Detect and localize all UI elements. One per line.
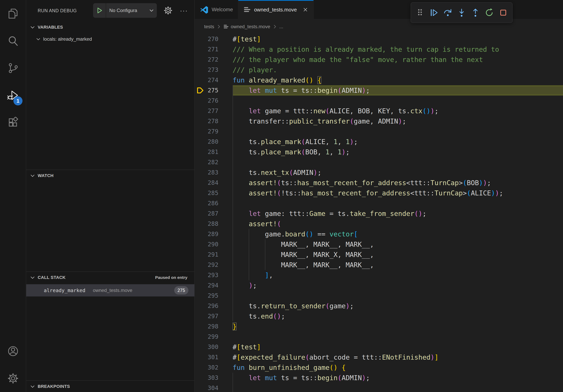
breakpoint-gutter[interactable] — [195, 301, 206, 311]
line-number[interactable]: 276 — [206, 95, 218, 106]
toolbar-gripper[interactable] — [415, 8, 425, 18]
code-line-content[interactable]: MARK__, MARK__, MARK__, — [232, 239, 563, 249]
more-actions-button[interactable]: ··· — [178, 4, 190, 17]
code-line-content[interactable]: } — [232, 321, 563, 332]
code-line-content[interactable]: game.board() == vector[ — [232, 229, 563, 239]
line-number[interactable]: 275 — [206, 85, 218, 95]
code-line-content[interactable]: fun already_marked() { — [232, 75, 563, 85]
section-variables[interactable]: VARIABLES — [26, 22, 194, 33]
breakpoint-gutter[interactable] — [195, 373, 206, 383]
tab-owned-tests-move[interactable]: owned_tests.move — [238, 0, 314, 19]
code-line-content[interactable]: #[expected_failure(abort_code = ttt::ENo… — [232, 352, 563, 362]
start-debugging-button[interactable] — [93, 3, 106, 18]
line-number[interactable]: 278 — [206, 116, 218, 126]
code-line-content[interactable]: assert!( — [232, 219, 563, 229]
restart-button[interactable] — [484, 8, 495, 18]
code-line-content[interactable]: let mut ts = ts::begin(ADMIN); — [232, 373, 563, 383]
breakpoint-gutter[interactable] — [195, 75, 206, 85]
activity-source-control[interactable] — [0, 54, 26, 82]
code-line-content[interactable]: let game = ttt::new(ALICE, BOB, KEY, ts.… — [232, 106, 563, 116]
line-number[interactable]: 271 — [206, 44, 218, 54]
line-number[interactable]: 289 — [206, 229, 218, 239]
line-number[interactable]: 303 — [206, 373, 218, 383]
code-line-content[interactable]: let mut ts = ts::begin(ADMIN); — [232, 85, 563, 95]
code-line-content[interactable]: fun burn_unfinished_game() { — [232, 362, 563, 373]
line-number[interactable]: 301 — [206, 352, 218, 362]
line-number[interactable]: 297 — [206, 311, 218, 321]
step-out-button[interactable] — [470, 8, 481, 18]
breakpoint-gutter[interactable] — [195, 178, 206, 188]
step-over-button[interactable] — [443, 8, 453, 18]
breakpoint-gutter[interactable] — [195, 270, 206, 280]
breakpoint-gutter[interactable] — [195, 332, 206, 342]
breakpoint-gutter[interactable] — [195, 188, 206, 198]
breakpoint-gutter[interactable] — [195, 249, 206, 260]
code-line-content[interactable]: ts.place_mark(BOB, 1, 1); — [232, 147, 563, 157]
breakpoint-gutter[interactable] — [195, 34, 206, 44]
activity-account[interactable] — [0, 338, 26, 365]
line-number[interactable]: 290 — [206, 239, 218, 249]
breakpoint-gutter[interactable] — [195, 65, 206, 75]
code-line-content[interactable]: /// the player who made the "false" move… — [232, 54, 563, 65]
breadcrumb-symbol[interactable]: ... — [279, 24, 283, 29]
line-number[interactable]: 288 — [206, 219, 218, 229]
breakpoint-gutter[interactable] — [195, 383, 206, 392]
code-line-content[interactable]: assert!(!ts::has_most_recent_for_address… — [232, 188, 563, 198]
activity-run-and-debug[interactable]: 1 — [0, 82, 26, 109]
breakpoint-gutter[interactable] — [195, 54, 206, 65]
breakpoint-gutter[interactable] — [195, 137, 206, 147]
code-editor[interactable]: 270#[test]271/// When a position is alre… — [195, 34, 563, 392]
breakpoint-gutter[interactable] — [195, 352, 206, 362]
variables-locals-row[interactable]: locals: already_marked — [26, 34, 194, 45]
line-number[interactable]: 291 — [206, 249, 218, 260]
line-number[interactable]: 277 — [206, 106, 218, 116]
breakpoint-gutter[interactable] — [195, 44, 206, 54]
line-number[interactable]: 304 — [206, 383, 218, 392]
breadcrumb-folder[interactable]: tests — [204, 24, 214, 29]
code-line-content[interactable] — [232, 126, 563, 137]
code-line-content[interactable]: ts.place_mark(ALICE, 1, 1); — [232, 137, 563, 147]
line-number[interactable]: 299 — [206, 332, 218, 342]
section-call-stack[interactable]: CALL STACK Paused on entry — [26, 272, 194, 283]
line-number[interactable]: 287 — [206, 209, 218, 219]
line-number[interactable]: 273 — [206, 65, 218, 75]
stop-button[interactable] — [498, 8, 508, 18]
activity-search[interactable] — [0, 27, 26, 54]
debug-settings-button[interactable] — [162, 4, 174, 17]
code-line-content[interactable] — [232, 290, 563, 301]
breakpoint-gutter[interactable] — [195, 209, 206, 219]
code-line-content[interactable]: ts.end(); — [232, 311, 563, 321]
breakpoint-gutter[interactable] — [195, 219, 206, 229]
activity-extensions[interactable] — [0, 109, 26, 136]
line-number[interactable]: 274 — [206, 75, 218, 85]
breakpoint-gutter[interactable] — [195, 362, 206, 373]
line-number[interactable]: 295 — [206, 290, 218, 301]
close-tab-icon[interactable] — [302, 7, 308, 13]
code-line-content[interactable]: ts.next_tx(ADMIN); — [232, 167, 563, 178]
code-line-content[interactable] — [232, 383, 563, 392]
breakpoint-gutter[interactable] — [195, 157, 206, 167]
line-number[interactable]: 298 — [206, 321, 218, 332]
section-watch[interactable]: WATCH — [26, 170, 194, 181]
breakpoint-gutter[interactable] — [195, 321, 206, 332]
line-number[interactable]: 279 — [206, 126, 218, 137]
line-number[interactable]: 272 — [206, 54, 218, 65]
breakpoint-gutter[interactable] — [195, 280, 206, 290]
code-line-content[interactable]: /// player. — [232, 65, 563, 75]
configuration-dropdown[interactable]: No Configura — [106, 8, 157, 13]
line-number[interactable]: 292 — [206, 260, 218, 270]
line-number[interactable]: 284 — [206, 178, 218, 188]
breakpoint-gutter[interactable] — [195, 311, 206, 321]
code-line-content[interactable]: transfer::public_transfer(game, ADMIN); — [232, 116, 563, 126]
code-line-content[interactable]: assert!(ts::has_most_recent_for_address<… — [232, 178, 563, 188]
breadcrumb-file[interactable]: owned_tests.move — [231, 24, 270, 29]
line-number[interactable]: 294 — [206, 280, 218, 290]
code-line-content[interactable]: MARK__, MARK_X, MARK__, — [232, 249, 563, 260]
breakpoint-gutter[interactable] — [195, 167, 206, 178]
code-line-content[interactable]: MARK__, MARK__, MARK__, — [232, 260, 563, 270]
line-number[interactable]: 300 — [206, 342, 218, 352]
breakpoint-gutter[interactable] — [195, 95, 206, 106]
line-number[interactable]: 283 — [206, 167, 218, 178]
activity-settings[interactable] — [0, 365, 26, 392]
line-number[interactable]: 296 — [206, 301, 218, 311]
